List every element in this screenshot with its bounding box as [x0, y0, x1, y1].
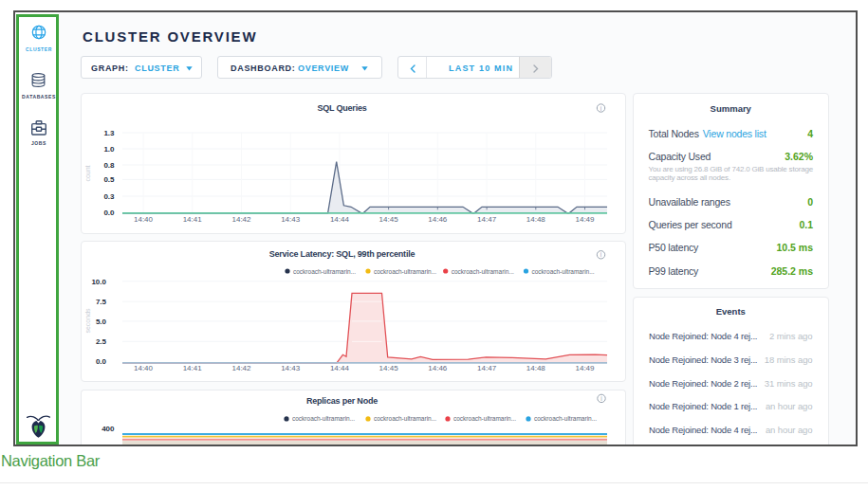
svg-text:0.0: 0.0: [103, 209, 115, 217]
svg-text:400: 400: [102, 425, 115, 433]
svg-text:14:44: 14:44: [330, 215, 350, 224]
svg-text:14:46: 14:46: [428, 215, 448, 224]
svg-text:count: count: [84, 165, 91, 181]
svg-text:0.5: 0.5: [103, 175, 115, 184]
svg-text:14:42: 14:42: [231, 215, 251, 224]
svg-text:0.3: 0.3: [103, 192, 115, 201]
svg-text:cockroach-ultramarin...: cockroach-ultramarin...: [453, 416, 516, 423]
svg-text:14:48: 14:48: [526, 215, 546, 224]
svg-text:1.0: 1.0: [103, 145, 115, 154]
svg-text:10.0: 10.0: [91, 277, 106, 285]
svg-text:0.0: 0.0: [96, 356, 107, 365]
svg-text:14:44: 14:44: [330, 363, 350, 372]
svg-text:5.0: 5.0: [96, 317, 107, 325]
svg-text:14:41: 14:41: [183, 215, 203, 224]
svg-text:14:42: 14:42: [231, 363, 251, 372]
svg-text:i: i: [600, 395, 601, 402]
svg-text:14:45: 14:45: [379, 215, 399, 224]
svg-text:cockroach-ultramarin...: cockroach-ultramarin...: [532, 267, 595, 274]
svg-text:14:45: 14:45: [379, 363, 399, 372]
svg-text:14:49: 14:49: [575, 215, 595, 224]
svg-text:Replicas per Node: Replicas per Node: [306, 396, 378, 406]
svg-text:14:40: 14:40: [134, 215, 154, 224]
svg-text:14:48: 14:48: [526, 363, 546, 372]
svg-text:1.3: 1.3: [103, 129, 115, 137]
svg-text:14:40: 14:40: [134, 363, 154, 372]
svg-text:7.5: 7.5: [96, 298, 107, 306]
svg-text:cockroach-ultramarin...: cockroach-ultramarin...: [452, 267, 514, 274]
svg-text:cockroach-ultramarin...: cockroach-ultramarin...: [292, 416, 355, 423]
svg-text:Service Latency: SQL, 99th per: Service Latency: SQL, 99th percentile: [269, 249, 416, 259]
svg-text:2.5: 2.5: [96, 337, 107, 346]
svg-text:14:49: 14:49: [575, 363, 595, 372]
svg-text:14:46: 14:46: [428, 363, 448, 372]
svg-text:cockroach-ultramarin...: cockroach-ultramarin...: [293, 267, 356, 274]
svg-text:14:47: 14:47: [477, 215, 497, 224]
svg-text:cockroach-ultramarin...: cockroach-ultramarin...: [374, 267, 436, 274]
svg-text:cockroach-ultramarin...: cockroach-ultramarin...: [374, 416, 436, 423]
svg-text:i: i: [600, 105, 601, 112]
svg-text:14:43: 14:43: [281, 363, 301, 372]
svg-text:seconds: seconds: [84, 307, 91, 333]
svg-text:14:47: 14:47: [477, 363, 497, 372]
svg-text:14:43: 14:43: [281, 215, 301, 224]
svg-text:0.8: 0.8: [103, 161, 115, 170]
svg-text:SQL Queries: SQL Queries: [317, 103, 366, 113]
svg-text:14:41: 14:41: [183, 363, 203, 372]
svg-text:i: i: [600, 251, 601, 258]
svg-text:cockroach-ultramarin...: cockroach-ultramarin...: [534, 416, 597, 423]
